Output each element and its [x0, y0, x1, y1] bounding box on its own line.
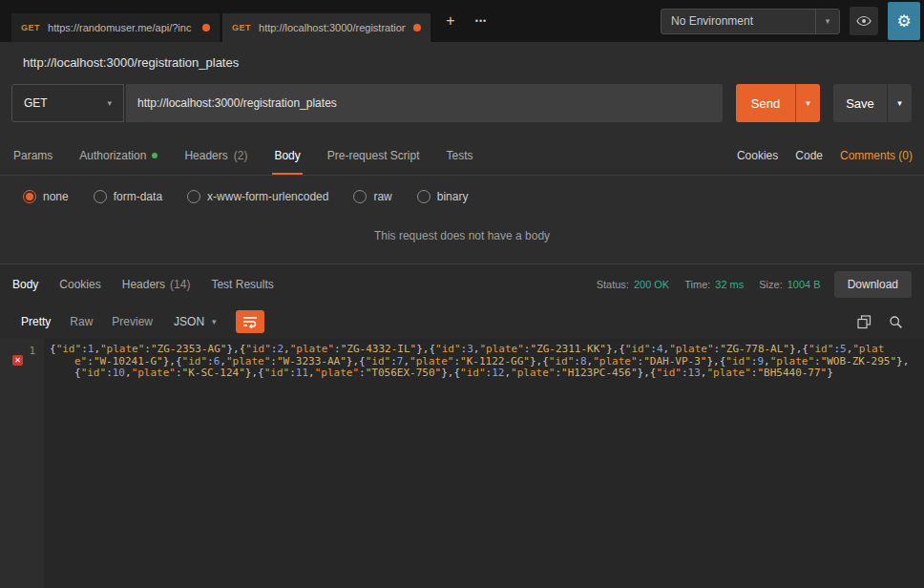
meta-size: Size:1004 B: [759, 279, 820, 290]
search-icon: [889, 315, 903, 329]
wrap-text-icon: [242, 315, 258, 328]
chevron-down-icon: ▾: [107, 98, 112, 108]
response-meta: Status:200 OKTime:32 msSize:1004 B: [597, 279, 821, 290]
tab-label: Body: [12, 278, 38, 291]
meta-status: Status:200 OK: [597, 279, 670, 290]
meta-label: Time:: [684, 279, 710, 290]
code-gutter: ✕ 1: [0, 339, 44, 588]
body-mode-binary[interactable]: binary: [417, 190, 469, 203]
tab-url: http://localhost:3000/registration: [259, 22, 406, 33]
method-selector[interactable]: GET ▾: [11, 84, 124, 122]
send-button[interactable]: Send: [736, 84, 795, 122]
tab-pre-request-script[interactable]: Pre-request Script: [326, 136, 422, 175]
view-tab-preview[interactable]: Preview: [102, 309, 162, 334]
body-mode-label: x-www-form-urlencoded: [207, 190, 328, 203]
download-button[interactable]: Download: [834, 271, 912, 298]
tab-method-label: GET: [21, 23, 40, 32]
body-mode-raw[interactable]: raw: [353, 190, 391, 203]
radio-icon: [353, 190, 367, 203]
tab-url: https://randomuser.me/api/?inc: [48, 22, 195, 33]
radio-icon: [187, 190, 200, 203]
save-button-group: Save ▾: [833, 84, 912, 122]
search-button[interactable]: [889, 315, 903, 329]
body-mode-x-www-form-urlencoded[interactable]: x-www-form-urlencoded: [187, 190, 328, 203]
meta-value: 32 ms: [715, 279, 744, 290]
send-button-group: Send ▾: [736, 84, 820, 122]
request-tabs-bar: ParamsAuthorizationHeaders(2)BodyPre-req…: [0, 136, 924, 176]
radio-icon: [23, 190, 36, 203]
tab-count: (14): [170, 278, 190, 291]
response-body-viewer: ✕ 1 {"id":1,"plate":"ZG-2353-AG"},{"id":…: [0, 339, 924, 588]
save-button[interactable]: Save: [833, 84, 887, 122]
response-tab-body[interactable]: Body: [12, 278, 38, 291]
tab-label: Headers: [122, 278, 165, 291]
response-tab-headers[interactable]: Headers(14): [122, 278, 191, 291]
more-tabs-button[interactable]: •••: [468, 7, 494, 35]
view-tab-raw[interactable]: Raw: [60, 309, 102, 334]
format-selector-value: JSON: [174, 315, 204, 328]
empty-body-message: This request does not have a body: [0, 218, 924, 263]
request-builder: GET ▾ Send ▾ Save ▾: [11, 84, 912, 122]
tab-count: (2): [234, 149, 248, 162]
chevron-down-icon: ▾: [816, 16, 839, 26]
line-number: 1: [29, 345, 35, 357]
save-options-button[interactable]: ▾: [887, 84, 912, 122]
environment-selector-label: No Environment: [662, 14, 815, 28]
wrap-text-button[interactable]: [236, 310, 264, 333]
request-tab-strip: GEThttps://randomuser.me/api/?incGEThttp…: [0, 0, 433, 42]
body-mode-label: raw: [373, 190, 391, 203]
url-input[interactable]: [126, 84, 723, 122]
request-links: Cookies Code Comments (0): [737, 149, 913, 162]
request-tab[interactable]: GEThttps://randomuser.me/api/?inc: [11, 13, 220, 42]
tab-label: Test Results: [211, 278, 273, 291]
json-error-icon: ✕: [12, 355, 23, 366]
body-mode-form-data[interactable]: form-data: [94, 190, 162, 203]
send-options-button[interactable]: ▾: [795, 84, 820, 122]
response-tab-cookies[interactable]: Cookies: [59, 278, 100, 291]
method-selector-value: GET: [24, 96, 48, 110]
environment-selector[interactable]: No Environment ▾: [661, 9, 840, 34]
request-tabs: ParamsAuthorizationHeaders(2)BodyPre-req…: [11, 136, 498, 175]
unsaved-dot-icon: [202, 24, 210, 32]
comments-link[interactable]: Comments (0): [840, 149, 913, 162]
response-toolbar-right: [857, 315, 913, 329]
eye-icon: [856, 13, 872, 29]
response-tab-test-results[interactable]: Test Results: [211, 278, 273, 291]
meta-value: 200 OK: [634, 279, 669, 290]
tab-label: Body: [274, 149, 300, 162]
view-tab-pretty[interactable]: Pretty: [11, 309, 60, 334]
meta-value: 1004 B: [788, 279, 821, 290]
body-mode-none[interactable]: none: [23, 190, 69, 203]
meta-label: Size:: [759, 279, 782, 290]
response-toolbar: PrettyRawPreview JSON ▾: [0, 304, 924, 339]
format-selector[interactable]: JSON ▾: [162, 315, 228, 328]
app-topbar: GEThttps://randomuser.me/api/?incGEThttp…: [0, 0, 924, 42]
tab-label: Headers: [184, 149, 227, 162]
tab-label: Pre-request Script: [327, 149, 420, 162]
response-panel: BodyCookiesHeaders(14)Test Results Statu…: [0, 263, 924, 588]
response-tabs: BodyCookiesHeaders(14)Test Results: [12, 278, 295, 291]
response-view-tabs: PrettyRawPreview: [11, 309, 162, 334]
chevron-down-icon: ▾: [212, 317, 217, 326]
unsaved-dot-icon: [413, 24, 421, 32]
tab-label: Tests: [446, 149, 472, 162]
request-title: http://localhost:3000/registration_plate…: [0, 42, 924, 82]
code-link[interactable]: Code: [795, 149, 823, 162]
tab-label: Authorization: [79, 149, 146, 162]
request-tab[interactable]: GEThttp://localhost:3000/registration: [222, 13, 430, 42]
new-tab-button[interactable]: +: [437, 7, 464, 35]
topbar-right: No Environment ▾ ⚙: [661, 2, 924, 40]
tab-authorization[interactable]: Authorization: [77, 136, 159, 175]
environment-quick-look-button[interactable]: [850, 7, 878, 35]
copy-button[interactable]: [857, 315, 872, 329]
settings-button[interactable]: ⚙: [888, 2, 920, 40]
cookies-link[interactable]: Cookies: [737, 149, 778, 162]
tab-label: Cookies: [59, 278, 100, 291]
tab-headers[interactable]: Headers(2): [182, 136, 249, 175]
radio-icon: [94, 190, 107, 203]
tab-body[interactable]: Body: [272, 136, 302, 175]
tab-tests[interactable]: Tests: [444, 136, 474, 175]
tab-params[interactable]: Params: [11, 136, 54, 175]
request-panel: http://localhost:3000/registration_plate…: [0, 42, 924, 263]
response-header: BodyCookiesHeaders(14)Test Results Statu…: [0, 264, 924, 304]
